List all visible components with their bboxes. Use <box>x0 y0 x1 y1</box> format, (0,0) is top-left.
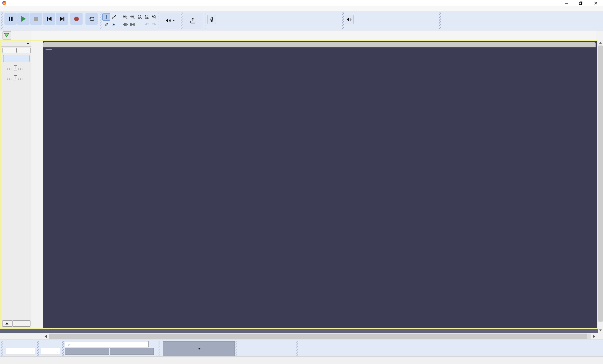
recording-meter[interactable] <box>207 14 281 27</box>
transport-toolbar-grip[interactable] <box>1 13 3 29</box>
spectrogram-canvas[interactable] <box>43 47 596 327</box>
skip-to-start-button[interactable] <box>43 13 55 25</box>
bottom-grip-6[interactable] <box>296 341 298 356</box>
playback-meter-button[interactable] <box>345 15 354 24</box>
bottom-grip-2[interactable] <box>37 341 39 356</box>
multi-tool-button[interactable]: ∗ <box>110 21 118 28</box>
track-collapse-button[interactable] <box>2 320 12 327</box>
horizontal-scrollbar[interactable] <box>0 333 603 340</box>
gain-slider[interactable] <box>3 64 29 72</box>
vertical-scrollbar[interactable] <box>598 40 603 333</box>
trim-icon <box>122 22 128 27</box>
track-menu-caret-icon[interactable] <box>26 43 30 45</box>
skip-to-end-button[interactable] <box>56 13 68 25</box>
silence-icon <box>130 22 135 27</box>
toolbar-end-grip[interactable] <box>439 13 441 29</box>
audio-setup-icon <box>165 18 175 23</box>
share-audio-grip[interactable] <box>181 13 182 29</box>
stop-button[interactable] <box>30 13 42 25</box>
loop-button[interactable] <box>85 13 98 25</box>
playback-meter-grip[interactable] <box>342 13 344 29</box>
trim-audio-button[interactable] <box>121 21 129 28</box>
ruler-scale[interactable] <box>43 30 596 40</box>
pan-slider-thumb[interactable] <box>14 75 17 81</box>
share-audio-icon <box>190 18 196 24</box>
envelope-icon <box>111 15 117 19</box>
below-tracks-background <box>0 329 598 333</box>
selection-start-field[interactable] <box>65 348 109 355</box>
gain-slider-thumb[interactable] <box>14 65 17 71</box>
horizontal-scrollbar-thumb[interactable] <box>49 334 587 339</box>
scroll-up-icon[interactable] <box>599 42 602 44</box>
scroll-down-icon[interactable] <box>599 329 602 331</box>
selection-end-field[interactable] <box>110 348 154 355</box>
pan-slider[interactable] <box>3 74 29 82</box>
clip-header[interactable] <box>43 42 596 47</box>
status-divider-1 <box>56 357 56 364</box>
undo-button[interactable]: ↶ <box>143 21 151 28</box>
scroll-right-icon[interactable] <box>593 335 595 338</box>
undo-icon: ↶ <box>145 22 149 27</box>
vertical-scrollbar-thumb[interactable] <box>598 46 603 322</box>
speaker-icon <box>346 17 352 22</box>
selection-tool-button[interactable]: I <box>102 13 110 21</box>
audio-position-display[interactable] <box>163 341 235 356</box>
effects-button[interactable] <box>3 55 30 62</box>
status-divider-2 <box>542 357 542 364</box>
zoom-in-icon <box>123 14 128 19</box>
pencil-icon <box>104 22 109 27</box>
record-meter-grip[interactable] <box>205 13 206 29</box>
i-beam-icon: I <box>106 15 107 19</box>
audio-position-caret-icon[interactable] <box>198 348 201 350</box>
track-select-button[interactable] <box>12 320 30 327</box>
zoom-selection-icon <box>137 14 142 19</box>
mute-button[interactable] <box>3 48 17 53</box>
project-rate-select[interactable]: ⌄ <box>6 348 35 355</box>
zoom-fit-icon <box>144 14 149 19</box>
record-icon <box>74 17 79 21</box>
restore-button[interactable] <box>575 0 586 6</box>
minimize-button[interactable] <box>561 0 572 6</box>
bottom-grip-5[interactable] <box>236 341 237 356</box>
edit-toolbar-grip[interactable] <box>119 13 120 29</box>
tools-toolbar-grip[interactable] <box>100 13 101 29</box>
zoom-in-button[interactable] <box>121 13 129 21</box>
skip-start-icon <box>47 17 52 21</box>
record-meter-button[interactable] <box>207 15 216 24</box>
record-button[interactable] <box>70 13 83 25</box>
audio-setup-button[interactable] <box>160 13 180 29</box>
share-audio-button[interactable] <box>183 13 203 29</box>
playback-meter[interactable] <box>345 14 437 27</box>
audio-setup-grip[interactable] <box>158 13 159 29</box>
pinned-head-icon <box>3 32 10 39</box>
redo-button[interactable]: ↷ <box>150 21 158 28</box>
zoom-toggle-button[interactable] <box>150 13 158 21</box>
bottom-grip-3[interactable] <box>62 341 64 356</box>
zoom-out-icon <box>130 14 135 19</box>
bottom-grip-4[interactable] <box>159 341 160 356</box>
timeline-ruler[interactable] <box>0 30 603 40</box>
pause-button[interactable] <box>4 13 17 25</box>
status-bar <box>0 356 603 364</box>
frequency-ruler <box>31 41 43 328</box>
solo-button[interactable] <box>17 48 31 53</box>
envelope-tool-button[interactable] <box>110 13 118 21</box>
play-button[interactable] <box>17 13 30 25</box>
zoom-fit-button[interactable] <box>143 13 151 21</box>
play-icon <box>21 16 26 22</box>
playhead-cursor <box>43 32 43 40</box>
selection-mode-combobox[interactable]: ⌄ <box>65 341 149 347</box>
silence-audio-button[interactable] <box>128 21 136 28</box>
stop-icon <box>34 17 38 21</box>
snap-to-select[interactable]: ⌄ <box>41 348 60 355</box>
loop-region-button[interactable] <box>3 31 11 40</box>
zoom-toggle-icon <box>152 14 157 19</box>
title-bar <box>0 0 603 6</box>
zoom-selection-button[interactable] <box>136 13 144 21</box>
audacity-logo-icon <box>2 1 6 5</box>
bottom-grip-1[interactable] <box>1 341 3 356</box>
zoom-out-button[interactable] <box>128 13 136 21</box>
draw-tool-button[interactable] <box>102 21 110 28</box>
close-button[interactable] <box>590 0 601 6</box>
scroll-left-icon[interactable] <box>45 335 47 338</box>
